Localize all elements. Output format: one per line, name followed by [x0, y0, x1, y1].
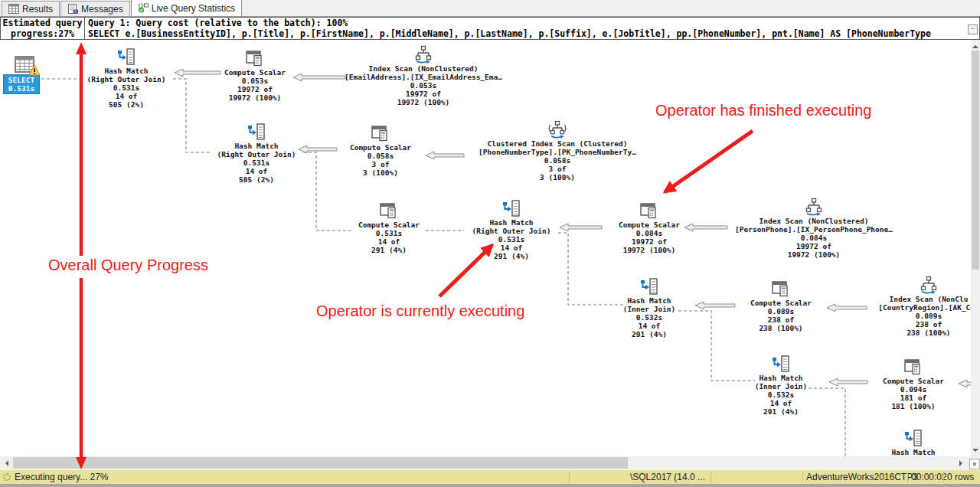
- estimated-progress-line2: progress:27%: [1, 28, 84, 39]
- status-separator: [710, 472, 711, 483]
- plan-node-line: 3 of: [289, 160, 472, 168]
- results-grid-icon: [8, 4, 19, 14]
- compute-scalar-icon: [639, 201, 659, 220]
- compute-scalar-icon: [379, 201, 399, 220]
- index-scan-icon: [413, 45, 433, 64]
- compute-scalar-icon: [903, 358, 923, 376]
- plan-node-line: Hash Match: [822, 448, 971, 456]
- status-separator: [569, 472, 570, 483]
- corner-dot-icon: [973, 462, 976, 466]
- plan-node-index-scan-3[interactable]: Index Scan (NonClu[CountryRegion].[AK_Co…: [837, 276, 971, 337]
- chevron-right-icon: [959, 460, 962, 466]
- plan-node-compute-scalar-1[interactable]: Compute Scalar0.053s19972 of19972 (100%): [163, 49, 347, 102]
- chevron-left-icon: [5, 460, 8, 466]
- plan-horizontal-scrollbar[interactable]: [0, 456, 980, 469]
- status-bar: Executing query... 27% \SQL2017 (14.0 ..…: [0, 469, 980, 485]
- executing-spinner-icon: [3, 473, 11, 481]
- plan-node-compute-scalar-4[interactable]: Compute Scalar0.084s19972 of19972 (100%): [557, 201, 741, 254]
- plan-node-line: 19972 (100%): [722, 250, 906, 259]
- query-text-line: SELECT e.[BusinessEntityID], p.[Title], …: [88, 28, 979, 39]
- index-scan-icon: [804, 198, 824, 216]
- plan-node-line: 19972 of: [332, 90, 515, 98]
- status-separator: [943, 472, 944, 483]
- plan-node-line: Compute Scalar: [822, 377, 971, 385]
- plan-node-line: [PersonPhone].[IX_PersonPhone_Phone…: [722, 225, 906, 234]
- plan-node-line: 19972 of: [722, 242, 906, 250]
- plan-node-line: 19972 of: [163, 85, 347, 93]
- plan-node-line: Compute Scalar: [163, 68, 347, 77]
- status-row-count: 0 rows: [947, 472, 974, 482]
- tab-live-query-statistics-label: Live Query Statistics: [152, 3, 235, 14]
- plan-node-line: 19972 of: [557, 237, 741, 246]
- horizontal-scroll-thumb[interactable]: [13, 457, 628, 469]
- tab-results-label: Results: [22, 4, 53, 15]
- select-result-icon: [15, 55, 34, 74]
- live-query-statistics-icon: [138, 3, 149, 13]
- status-elapsed-time: 00:00:02: [911, 472, 947, 482]
- plan-node-line: 0.084s: [557, 229, 741, 237]
- hash-match-icon: [247, 123, 266, 141]
- plan-node-line: 0.094s: [822, 385, 971, 394]
- hash-match-icon: [116, 47, 136, 66]
- plan-node-clustered-index-scan-1[interactable]: Clustered Index Scan (Clustered)[PhoneNu…: [466, 120, 649, 181]
- plan-node-line: 0.089s: [837, 312, 971, 320]
- plan-node-compute-scalar-6[interactable]: Compute Scalar0.094s181 of181 (100%): [822, 358, 971, 410]
- execution-plan-canvas[interactable]: SELECT0.531sHash Match(Right Outer Join)…: [0, 40, 971, 456]
- hash-match-icon: [501, 199, 521, 217]
- plan-node-line: 0.058s: [289, 152, 472, 160]
- plan-node-line: Compute Scalar: [557, 221, 741, 229]
- tab-messages[interactable]: Messages: [60, 1, 130, 16]
- hash-match-icon: [903, 429, 923, 447]
- scroll-right-button[interactable]: [954, 456, 967, 469]
- query-cost-line: Query 1: Query cost (relative to the bat…: [88, 18, 979, 28]
- estimated-progress-line1: Estimated query: [1, 18, 84, 28]
- plan-node-index-scan-2[interactable]: Index Scan (NonClustered)[PersonPhone].[…: [722, 198, 906, 259]
- messages-icon: [67, 4, 78, 14]
- plan-node-line: [PhoneNumberType].[PK_PhoneNumberTy…: [466, 148, 649, 156]
- plan-node-hash-match-6[interactable]: Hash Match: [822, 429, 971, 456]
- plan-node-line: 0.053s: [332, 81, 515, 90]
- tab-results[interactable]: Results: [2, 1, 60, 16]
- scroll-left-button[interactable]: [0, 456, 13, 469]
- compute-scalar-icon: [371, 124, 390, 142]
- compute-scalar-icon: [245, 49, 265, 67]
- plan-node-line: 3 of: [466, 165, 649, 173]
- plan-node-line: Index Scan (NonClu: [837, 295, 971, 303]
- plan-node-line: 181 of: [822, 394, 971, 402]
- index-scan-icon: [919, 276, 939, 294]
- tab-live-query-statistics[interactable]: Live Query Statistics: [131, 0, 242, 16]
- status-separator: [907, 472, 908, 483]
- plan-node-line: 238 of: [837, 320, 971, 328]
- scroll-down-button[interactable]: [969, 443, 980, 456]
- plan-node-line: 0.084s: [722, 234, 906, 242]
- plan-node-line: 3 (100%): [466, 173, 649, 181]
- plan-node-compute-scalar-2[interactable]: Compute Scalar0.058s3 of3 (100%): [289, 124, 472, 177]
- plan-node-line: 19972 (100%): [557, 246, 741, 254]
- query-header-panel: Query 1: Query cost (relative to the bat…: [84, 17, 980, 40]
- chevron-up-icon: [972, 45, 978, 48]
- plan-node-index-scan-1[interactable]: Index Scan (NonClustered)[EmailAddress].…: [332, 45, 515, 106]
- collapse-query-text-button[interactable]: −: [968, 25, 978, 34]
- plan-header-row: Estimated query progress:27% Query 1: Qu…: [0, 17, 980, 40]
- window-bottom-strip: [0, 484, 980, 487]
- chevron-down-icon: [972, 449, 978, 452]
- plan-node-line: 0.058s: [466, 156, 649, 165]
- plan-node-line: Compute Scalar: [289, 143, 472, 152]
- tab-messages-label: Messages: [81, 4, 123, 15]
- plan-node-line: 19972 (100%): [332, 98, 515, 106]
- plan-vertical-scrollbar[interactable]: [971, 40, 980, 456]
- results-pane-tabbar: Results Messages Live Query Statistics: [0, 0, 980, 17]
- plan-node-line: 238 (100%): [837, 328, 971, 337]
- vertical-scroll-thumb[interactable]: [972, 51, 979, 270]
- status-database-name: AdventureWorks2016CTP3: [806, 472, 918, 482]
- scrollbar-corner-button[interactable]: [969, 459, 980, 469]
- plan-node-line: 0.053s: [163, 77, 347, 85]
- status-separator: [802, 472, 803, 483]
- estimated-progress-panel: Estimated query progress:27%: [0, 17, 85, 40]
- plan-node-line: Clustered Index Scan (Clustered): [466, 139, 649, 148]
- compute-scalar-icon: [771, 279, 791, 298]
- status-server-name: \SQL2017 (14.0 ...: [571, 472, 705, 482]
- clustered-index-scan-icon: [547, 120, 567, 139]
- plan-node-line: 19972 (100%): [163, 93, 347, 102]
- plan-node-line: Index Scan (NonClustered): [722, 217, 906, 225]
